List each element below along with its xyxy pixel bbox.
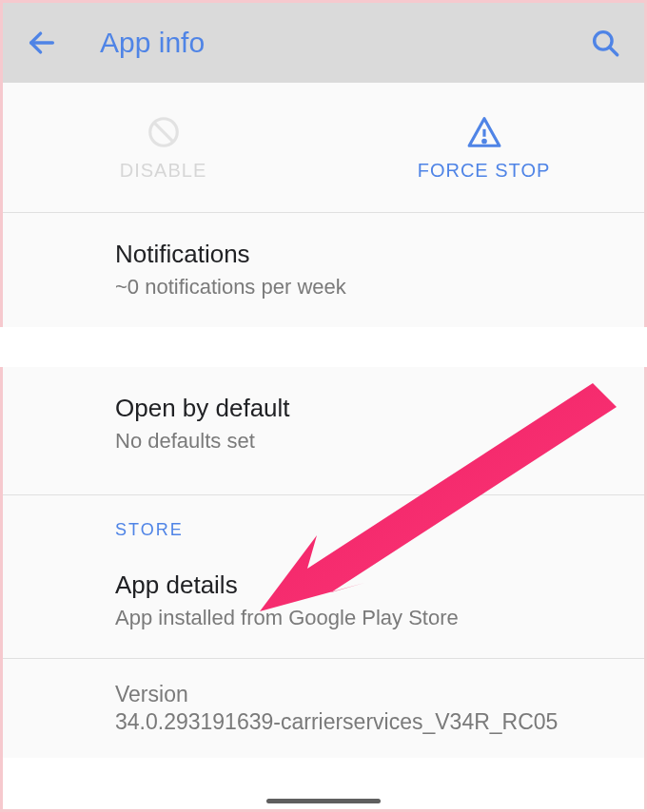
open-by-default-summary: No defaults set [115, 429, 623, 454]
settings-list: Notifications ~0 notifications per week … [3, 213, 644, 758]
version-value: 34.0.293191639-carrierservices_V34R_RC05 [115, 709, 623, 735]
svg-line-4 [153, 122, 173, 142]
notifications-title: Notifications [115, 240, 623, 269]
app-details-item[interactable]: App details App installed from Google Pl… [3, 544, 644, 658]
back-arrow-icon[interactable] [24, 25, 60, 61]
section-gap [0, 327, 647, 367]
disable-label: DISABLE [120, 160, 206, 182]
store-heading: STORE [3, 495, 644, 544]
force-stop-button[interactable]: FORCE STOP [324, 83, 644, 212]
page-title: App info [100, 27, 587, 59]
app-details-summary: App installed from Google Play Store [115, 606, 623, 630]
action-bar: DISABLE FORCE STOP [3, 83, 644, 213]
open-by-default-title: Open by default [115, 394, 623, 423]
warning-icon [466, 114, 502, 150]
search-icon[interactable] [587, 25, 623, 61]
app-details-title: App details [115, 570, 623, 600]
nav-handle-icon[interactable] [266, 799, 381, 803]
version-item: Version 34.0.293191639-carrierservices_V… [3, 658, 644, 758]
notifications-item[interactable]: Notifications ~0 notifications per week [3, 213, 644, 327]
svg-point-6 [482, 140, 485, 143]
svg-line-2 [610, 48, 618, 55]
app-bar: App info [3, 3, 644, 83]
disable-button: DISABLE [3, 83, 324, 212]
notifications-summary: ~0 notifications per week [115, 275, 623, 300]
version-label: Version [115, 682, 623, 707]
open-by-default-item[interactable]: Open by default No defaults set [3, 367, 644, 481]
force-stop-label: FORCE STOP [418, 160, 551, 182]
disable-icon [146, 114, 182, 150]
